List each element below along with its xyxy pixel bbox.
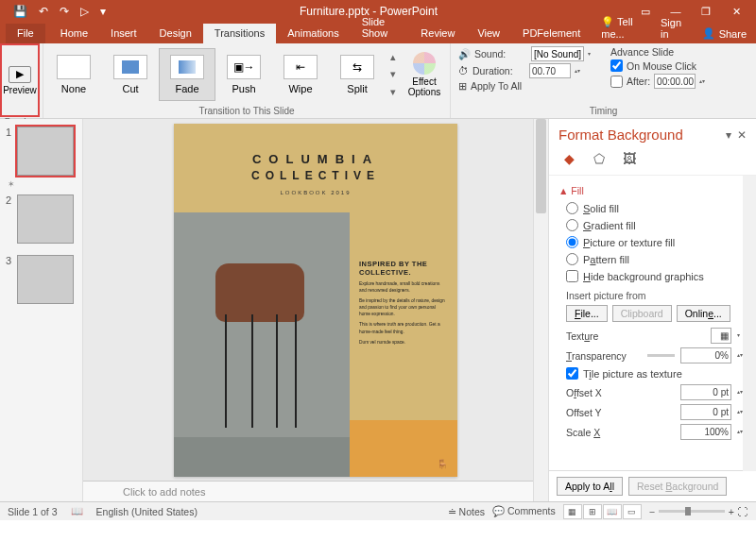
main-area: 1 ✶ 2 3 COLUMBIA COLLECTIVE LOOKBOOK 201… (0, 119, 756, 501)
apply-to-all-button[interactable]: Apply to All (557, 477, 623, 496)
transparency-slider[interactable] (647, 354, 675, 357)
vertical-scrollbar[interactable] (533, 119, 548, 501)
transition-cut[interactable]: Cut (102, 48, 159, 101)
status-bar: Slide 1 of 3 📖 English (United States) ≐… (0, 501, 756, 520)
slide-body-text: INSPIRED BY THE COLLECTIVE. Explore hand… (359, 260, 448, 350)
transition-gallery-more[interactable]: ▴▾▾ (386, 48, 401, 101)
texture-picker[interactable]: ▦ (711, 328, 731, 344)
picture-tab-icon[interactable]: 🖼 (619, 148, 640, 169)
tab-view[interactable]: View (466, 24, 511, 43)
view-buttons: ▦ ⊞ 📖 ▭ (563, 504, 642, 519)
tab-animations[interactable]: Animations (276, 24, 350, 43)
tab-design[interactable]: Design (148, 24, 203, 43)
share-button[interactable]: 👤Share (693, 24, 756, 43)
fit-to-window-button[interactable]: ⛶ (738, 506, 748, 517)
zoom-out-button[interactable]: − (649, 506, 655, 517)
pane-scrollbar[interactable] (743, 176, 756, 471)
normal-view-icon[interactable]: ▦ (563, 504, 582, 519)
tell-me-search[interactable]: 💡 Tell me... (592, 12, 651, 43)
format-background-pane: Format Background ▾ ✕ ◆ ⬠ 🖼 ▲ Fill Solid… (548, 119, 756, 501)
comments-toggle[interactable]: 💬 Comments (492, 505, 556, 517)
language-status[interactable]: English (United States) (96, 506, 198, 517)
hide-bg-graphics-checkbox[interactable]: Hide background graphics (558, 270, 747, 282)
close-button[interactable]: ✕ (722, 0, 750, 23)
solid-fill-radio[interactable]: Solid fill (558, 202, 747, 214)
slide-thumbnails-panel[interactable]: 1 ✶ 2 3 (0, 119, 83, 501)
transparency-value[interactable]: 0% (680, 347, 731, 363)
preview-button[interactable]: ▶ Preview (0, 43, 40, 117)
offset-y-field[interactable]: 0 pt (680, 404, 731, 420)
save-icon[interactable]: 💾 (13, 5, 27, 18)
apply-all-icon: ⊞ (458, 80, 467, 92)
tab-slideshow[interactable]: Slide Show (351, 12, 410, 43)
transition-split[interactable]: ⇆Split (329, 48, 386, 101)
fill-section-header[interactable]: ▲ Fill (558, 185, 747, 196)
current-slide[interactable]: COLUMBIA COLLECTIVE LOOKBOOK 2019 INSPIR… (174, 124, 457, 477)
thumbnail-2[interactable]: 2 (6, 194, 77, 244)
tab-review[interactable]: Review (409, 24, 466, 43)
insert-file-button[interactable]: File... (566, 305, 608, 322)
slide-accent-bar: 🪑 (350, 420, 457, 477)
pane-dropdown-icon[interactable]: ▾ (726, 128, 731, 142)
after-time-field[interactable]: 00:00.00 (654, 74, 696, 89)
transition-indicator-icon: ✶ (8, 179, 77, 189)
notes-toggle[interactable]: ≐ Notes (448, 506, 485, 517)
effect-options-icon (413, 52, 436, 75)
transition-fade[interactable]: Fade (159, 48, 215, 101)
thumbnail-1[interactable]: 1 (6, 127, 77, 176)
spellcheck-icon[interactable]: 📖 (71, 505, 83, 517)
offset-x-field[interactable]: 0 pt (680, 384, 731, 400)
effects-tab-icon[interactable]: ⬠ (589, 148, 610, 169)
reset-background-button: Reset Background (628, 477, 727, 496)
after-checkbox[interactable] (610, 76, 623, 88)
sorter-view-icon[interactable]: ⊞ (583, 504, 602, 519)
thumbnail-3[interactable]: 3 (6, 255, 77, 304)
undo-icon[interactable]: ↶ (39, 5, 48, 18)
group-label-transition: Transition to This Slide (43, 106, 450, 118)
tab-file[interactable]: File (6, 24, 45, 43)
transition-none[interactable]: None (45, 48, 102, 101)
sound-select[interactable] (531, 46, 584, 61)
sound-dropdown-icon[interactable]: ▾ (588, 51, 597, 58)
reading-view-icon[interactable]: 📖 (603, 504, 622, 519)
insert-online-button[interactable]: Online... (677, 305, 730, 322)
scale-x-field[interactable]: 100% (680, 424, 731, 440)
start-slideshow-icon[interactable]: ▷ (80, 5, 89, 18)
tab-transitions[interactable]: Transitions (203, 24, 276, 43)
gradient-fill-radio[interactable]: Gradient fill (558, 219, 747, 231)
slide-subtitle: LOOKBOOK 2019 (174, 190, 457, 195)
preview-icon: ▶ (9, 66, 31, 83)
tab-pdfelement[interactable]: PDFelement (511, 24, 592, 43)
slide-count-status[interactable]: Slide 1 of 3 (8, 506, 58, 517)
notes-pane[interactable]: Click to add notes (83, 481, 548, 501)
ribbon: ▶ Preview Preview None Cut Fade ▣→Push ⇤… (0, 43, 756, 119)
tab-insert[interactable]: Insert (99, 24, 148, 43)
fill-tab-icon[interactable]: ◆ (558, 148, 579, 169)
slide-editor: COLUMBIA COLLECTIVE LOOKBOOK 2019 INSPIR… (83, 119, 548, 501)
pane-close-icon[interactable]: ✕ (737, 128, 747, 142)
zoom-in-button[interactable]: + (729, 506, 734, 517)
slideshow-view-icon[interactable]: ▭ (623, 504, 642, 519)
effect-options-button[interactable]: Effect Options (401, 48, 448, 101)
duration-field[interactable]: 00.70 (529, 63, 571, 78)
duration-spinner[interactable]: ▴▾ (575, 68, 584, 75)
insert-picture-from-label: Insert picture from (566, 290, 747, 301)
on-mouse-click-checkbox[interactable] (610, 59, 623, 72)
tab-home[interactable]: Home (49, 24, 99, 43)
restore-button[interactable]: ❐ (692, 0, 720, 23)
apply-to-all-button[interactable]: Apply To All (471, 80, 522, 92)
redo-icon[interactable]: ↷ (60, 5, 69, 18)
zoom-slider[interactable] (659, 510, 725, 513)
sign-in-link[interactable]: Sign in (651, 13, 693, 43)
picture-fill-radio[interactable]: Picture or texture fill (558, 236, 747, 248)
tile-picture-checkbox[interactable]: Tile picture as texture (558, 367, 747, 380)
transition-wipe[interactable]: ⇤Wipe (272, 48, 329, 101)
slide-title-2: COLLECTIVE (174, 169, 457, 182)
pattern-fill-radio[interactable]: Pattern fill (558, 253, 747, 265)
after-spinner[interactable]: ▴▾ (699, 78, 709, 85)
transition-push[interactable]: ▣→Push (215, 48, 272, 101)
group-label-timing: Timing (458, 106, 748, 118)
sound-icon: 🔊 (458, 48, 471, 60)
quick-access-toolbar: 💾 ↶ ↷ ▷ ▾ (0, 5, 106, 18)
share-icon: 👤 (702, 27, 715, 40)
